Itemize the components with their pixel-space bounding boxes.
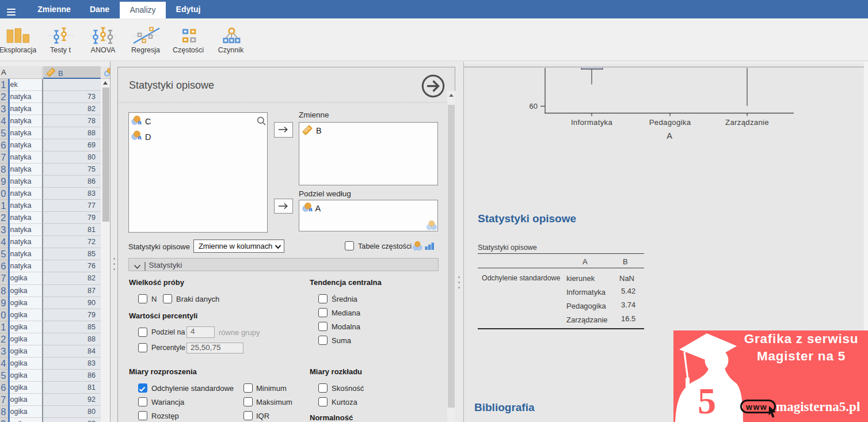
svg-text:Informatyka: Informatyka <box>571 117 613 126</box>
svg-text:a: a <box>309 206 313 212</box>
svg-text:5: 5 <box>698 381 716 421</box>
svg-text:Zarządzanie: Zarządzanie <box>725 117 769 126</box>
svg-text:60: 60 <box>530 102 538 111</box>
svg-text:a: a <box>138 119 142 125</box>
svg-text:a: a <box>138 134 142 140</box>
svg-text:Pedagogika: Pedagogika <box>649 117 691 126</box>
svg-text:A: A <box>667 131 672 140</box>
